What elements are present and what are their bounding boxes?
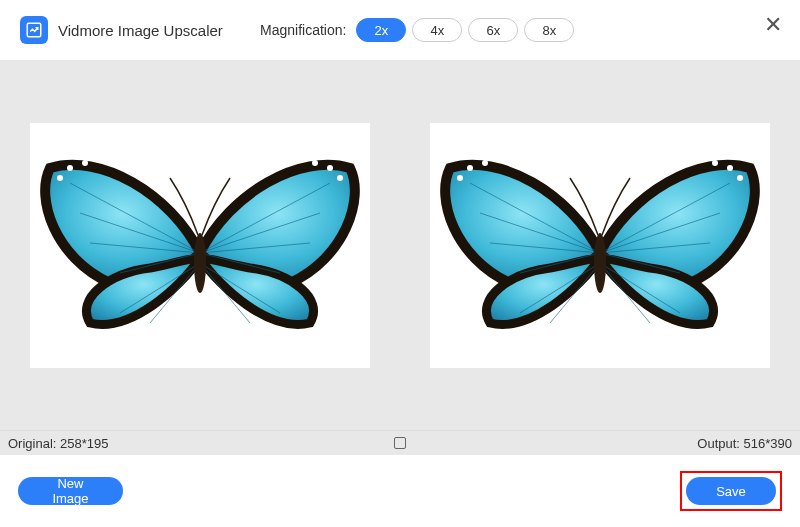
link-lock-icon[interactable] xyxy=(394,437,406,449)
svg-point-10 xyxy=(282,155,288,161)
svg-point-11 xyxy=(194,233,206,293)
app-logo xyxy=(20,16,48,44)
close-button[interactable]: ✕ xyxy=(764,14,782,36)
svg-point-22 xyxy=(594,233,606,293)
output-pane xyxy=(400,60,800,430)
app-title: Vidmore Image Upscaler xyxy=(58,22,223,39)
svg-point-13 xyxy=(467,165,473,171)
svg-point-14 xyxy=(482,160,488,166)
svg-point-12 xyxy=(457,175,463,181)
new-image-button[interactable]: New Image xyxy=(18,477,123,505)
svg-point-3 xyxy=(82,160,88,166)
svg-point-4 xyxy=(97,156,103,162)
magnification-label: Magnification: xyxy=(260,22,346,38)
original-image xyxy=(30,123,370,368)
magnification-8x[interactable]: 8x xyxy=(524,18,574,42)
svg-point-8 xyxy=(312,160,318,166)
magnification-section: Magnification: 2x 4x 6x 8x xyxy=(260,18,574,42)
magnification-6x[interactable]: 6x xyxy=(468,18,518,42)
original-dimensions: Original: 258*195 xyxy=(8,436,108,451)
svg-point-7 xyxy=(327,165,333,171)
save-button[interactable]: Save xyxy=(686,477,776,505)
magnification-2x[interactable]: 2x xyxy=(356,18,406,42)
svg-point-18 xyxy=(727,165,733,171)
output-dimensions: Output: 516*390 xyxy=(697,436,792,451)
footer: New Image Save xyxy=(0,455,800,527)
magnification-4x[interactable]: 4x xyxy=(412,18,462,42)
logo-icon xyxy=(25,21,43,39)
svg-point-19 xyxy=(712,160,718,166)
svg-point-1 xyxy=(57,175,63,181)
svg-point-21 xyxy=(682,155,688,161)
svg-point-17 xyxy=(737,175,743,181)
close-icon: ✕ xyxy=(764,12,782,37)
magnification-buttons: 2x 4x 6x 8x xyxy=(356,18,574,42)
svg-point-6 xyxy=(337,175,343,181)
preview-area xyxy=(0,60,800,430)
svg-point-16 xyxy=(512,155,518,161)
svg-point-2 xyxy=(67,165,73,171)
original-pane xyxy=(0,60,400,430)
svg-point-9 xyxy=(297,156,303,162)
output-image-frame xyxy=(430,123,770,368)
svg-point-5 xyxy=(112,155,118,161)
original-image-frame xyxy=(30,123,370,368)
output-image xyxy=(430,123,770,368)
header: Vidmore Image Upscaler Magnification: 2x… xyxy=(0,0,800,60)
svg-point-15 xyxy=(497,156,503,162)
info-bar: Original: 258*195 Output: 516*390 xyxy=(0,430,800,455)
svg-point-20 xyxy=(697,156,703,162)
save-highlight: Save xyxy=(680,471,782,511)
